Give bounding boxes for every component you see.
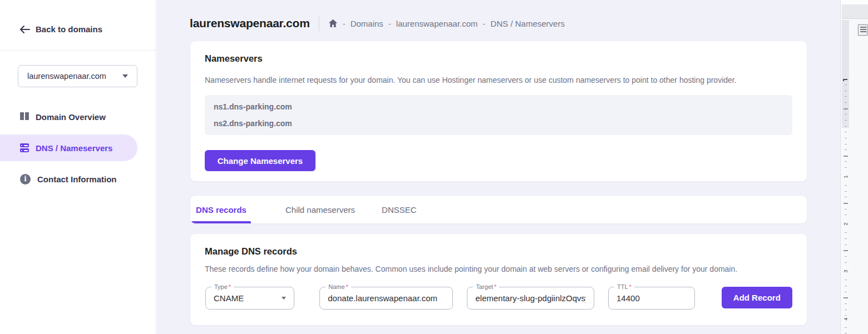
nameservers-card: Nameservers Nameservers handle internet … — [190, 41, 807, 182]
header-divider — [319, 16, 319, 31]
breadcrumb-item-domains[interactable]: Domains — [351, 19, 383, 28]
type-select[interactable]: Type* CNAME — [205, 287, 294, 310]
ruler-number: 4 — [842, 316, 849, 322]
ttl-field-wrap: TTL* — [608, 287, 695, 310]
sidebar-divider — [0, 50, 156, 51]
formatting-marks-icon[interactable] — [858, 24, 867, 36]
name-field-wrap: Name* — [319, 287, 453, 310]
background-window: 1234 — [840, 0, 868, 334]
screen: Back to domains laurenswapenaar.com Doma… — [0, 0, 868, 334]
sidebar-nav: Domain Overview DNS / Nameservers i Cont… — [0, 103, 156, 197]
type-label: Type* — [211, 283, 234, 291]
breadcrumb: - Domains - laurenswapenaar.com - DNS / … — [328, 19, 565, 28]
nameservers-box: ns1.dns-parking.com ns2.dns-parking.com — [205, 95, 792, 135]
sidebar-item-domain-overview[interactable]: Domain Overview — [0, 103, 137, 130]
chevron-down-icon — [122, 74, 128, 78]
breadcrumb-separator: - — [483, 19, 486, 28]
nameserver-1: ns1.dns-parking.com — [214, 102, 783, 111]
background-window-top — [841, 0, 868, 4]
change-nameservers-button[interactable]: Change Nameservers — [205, 150, 315, 171]
chevron-down-icon — [282, 297, 286, 300]
tab-dns-records[interactable]: DNS records — [191, 196, 251, 223]
tab-row: DNS records Child nameservers DNSSEC — [190, 196, 807, 223]
back-to-domains-link[interactable]: Back to domains — [20, 24, 102, 34]
back-to-domains-label: Back to domains — [36, 24, 102, 34]
ruler-number: 3 — [842, 268, 849, 275]
page-title: laurenswapenaar.com — [190, 17, 310, 30]
ruler-number: 1 — [842, 173, 849, 180]
home-icon[interactable] — [328, 19, 338, 28]
type-select-value: CNAME — [214, 293, 244, 303]
vertical-ruler: 1234 — [842, 20, 849, 334]
required-asterisk: * — [346, 283, 348, 290]
domain-selector[interactable]: laurenswapenaar.com — [18, 65, 137, 87]
target-field-wrap: Target* — [467, 287, 594, 310]
ruler-number: 2 — [842, 221, 849, 227]
page-header: laurenswapenaar.com - Domains - laurensw… — [190, 16, 807, 31]
dns-list-icon — [20, 143, 29, 152]
sidebar-item-label: Contact Information — [37, 175, 117, 184]
required-asterisk: * — [229, 283, 231, 290]
back-arrow-icon — [20, 26, 30, 33]
manage-dns-records-card: Manage DNS records These records define … — [190, 233, 807, 326]
info-icon: i — [20, 174, 31, 185]
tab-child-nameservers[interactable]: Child nameservers — [285, 196, 355, 223]
ttl-label: TTL* — [614, 283, 634, 291]
nameserver-2: ns2.dns-parking.com — [214, 119, 783, 128]
ruler-margin-area — [842, 20, 849, 128]
background-window-toolbar — [842, 4, 868, 19]
tabs-bar: DNS records Child nameservers DNSSEC — [190, 195, 807, 224]
target-label: Target* — [473, 283, 499, 291]
main-content: laurenswapenaar.com - Domains - laurensw… — [156, 0, 840, 334]
breadcrumb-item-domain[interactable]: laurenswapenaar.com — [396, 19, 478, 28]
breadcrumb-separator: - — [388, 19, 391, 28]
dns-record-form: Type* CNAME Name* Target* TTL* Add Recor… — [205, 287, 792, 310]
breadcrumb-item-dns-nameservers: DNS / Nameservers — [491, 19, 565, 28]
nameservers-card-title: Nameservers — [205, 53, 792, 64]
ruler-margin-marker — [843, 79, 847, 81]
required-asterisk: * — [494, 283, 496, 290]
breadcrumb-separator: - — [343, 19, 346, 28]
required-asterisk: * — [629, 283, 632, 290]
active-tab-indicator — [191, 221, 251, 223]
sidebar-item-label: Domain Overview — [36, 112, 106, 122]
tab-dnssec[interactable]: DNSSEC — [382, 196, 417, 223]
sidebar-item-dns-nameservers[interactable]: DNS / Nameservers — [0, 134, 137, 161]
sidebar-item-label: DNS / Nameservers — [36, 143, 112, 153]
manage-card-title: Manage DNS records — [205, 246, 792, 257]
sidebar-item-contact-information[interactable]: i Contact Information — [0, 166, 137, 192]
grid-icon — [20, 112, 29, 121]
add-record-button[interactable]: Add Record — [722, 287, 792, 308]
nameservers-card-description: Nameservers handle internet requests for… — [205, 76, 792, 84]
domain-selector-value: laurenswapenaar.com — [27, 72, 106, 81]
sidebar: Back to domains laurenswapenaar.com Doma… — [0, 0, 156, 334]
name-label: Name* — [326, 283, 351, 291]
manage-card-description: These records define how your domain beh… — [205, 265, 792, 273]
